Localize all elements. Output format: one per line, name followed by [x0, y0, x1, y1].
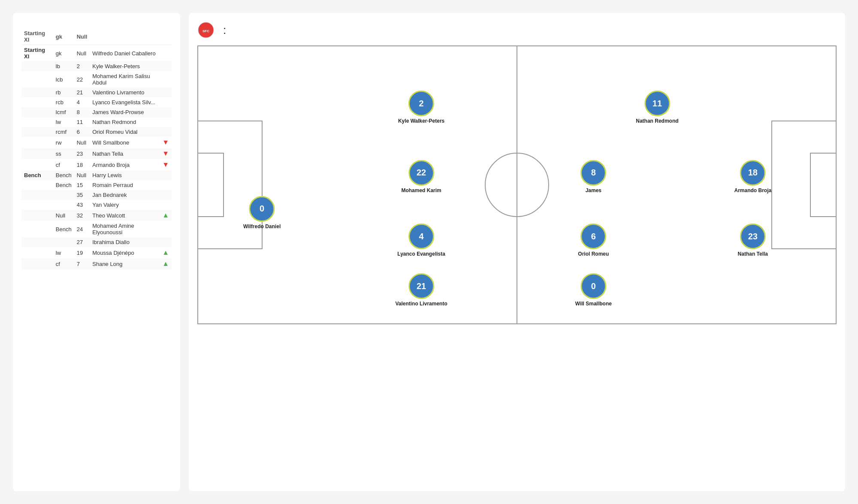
cell-number: 32 — [74, 210, 90, 221]
player-node: 6Oriol Romeu — [578, 223, 609, 257]
cell-section — [21, 190, 53, 200]
table-row: Bench15Romain Perraud — [21, 180, 172, 190]
player-node: 23Nathan Tella — [738, 223, 768, 257]
left-panel: Starting XI gk Null Starting XIgkNullWil… — [13, 13, 180, 491]
cell-number: 18 — [74, 159, 90, 170]
player-label: Oriol Romeu — [578, 251, 609, 257]
player-label: Mohamed Karim — [401, 187, 441, 193]
cell-indicator — [160, 237, 172, 247]
right-goal — [836, 168, 837, 202]
cell-number: 21 — [74, 88, 90, 97]
player-label: Nathan Tella — [738, 251, 768, 257]
cell-indicator — [160, 61, 172, 71]
cell-name: Jan Bednarek — [90, 190, 160, 200]
arrow-down-icon: ▼ — [162, 139, 169, 146]
right-goal-area — [810, 153, 836, 217]
player-label: Kyle Walker-Peters — [398, 118, 444, 124]
pitch: 2Kyle Walker-Peters11Nathan Redmond22Moh… — [197, 45, 837, 324]
player-circle: 0 — [249, 196, 275, 222]
cell-position: Bench — [53, 170, 74, 180]
cell-section — [21, 159, 53, 170]
cell-number: 15 — [74, 180, 90, 190]
player-node: 4Lyanco Evangelista — [397, 223, 445, 257]
cell-number: Null — [74, 45, 90, 62]
cell-number: 19 — [74, 247, 90, 258]
cell-position: rcb — [53, 97, 74, 107]
cell-position: cf — [53, 159, 74, 170]
cell-indicator — [160, 200, 172, 210]
cell-name: Mohamed Karim Salisu Abdul — [90, 71, 160, 88]
player-circle: 4 — [408, 223, 434, 249]
cell-name: Theo Walcott — [90, 210, 160, 221]
cell-name: Lyanco Evangelista Silv... — [90, 97, 160, 107]
cell-name: Kyle Walker-Peters — [90, 61, 160, 71]
player-label: Will Smallbone — [575, 301, 612, 307]
player-circle: 6 — [580, 223, 606, 249]
cell-indicator — [160, 97, 172, 107]
cell-indicator — [160, 180, 172, 190]
cell-number: 11 — [74, 117, 90, 127]
cell-section — [21, 88, 53, 97]
player-circle: 8 — [580, 160, 606, 186]
cell-number: 35 — [74, 190, 90, 200]
table-row: 35Jan Bednarek — [21, 190, 172, 200]
cell-name: Ibrahima Diallo — [90, 237, 160, 247]
col-name — [90, 28, 160, 45]
cell-number: 27 — [74, 237, 90, 247]
table-row: rb21Valentino Livramento — [21, 88, 172, 97]
table-row: rcmf6Oriol Romeu Vidal — [21, 127, 172, 137]
cell-name: Oriol Romeu Vidal — [90, 127, 160, 137]
player-circle: 22 — [408, 160, 434, 186]
cell-indicator — [160, 117, 172, 127]
player-node: 0Will Smallbone — [575, 273, 612, 307]
cell-number: Null — [74, 137, 90, 148]
cell-number: 4 — [74, 97, 90, 107]
table-row: rwNullWill Smallbone▼ — [21, 137, 172, 148]
cell-indicator — [160, 45, 172, 62]
table-row: Bench24Mohamed Amine Elyounoussi — [21, 221, 172, 237]
cell-section — [21, 97, 53, 107]
player-node: 18Armando Broja — [734, 160, 771, 193]
pitch-header: SFC : — [197, 21, 837, 39]
cell-name: Shane Long — [90, 258, 160, 269]
cell-indicator: ▼ — [160, 148, 172, 159]
table-row: Null32Theo Walcott▲ — [21, 210, 172, 221]
cell-indicator — [160, 190, 172, 200]
cell-number: 7 — [74, 258, 90, 269]
col-section: Starting XI — [21, 28, 53, 45]
lineup-table: Starting XI gk Null Starting XIgkNullWil… — [21, 28, 172, 269]
cell-position: rw — [53, 137, 74, 148]
table-row: BenchBenchNullHarry Lewis — [21, 170, 172, 180]
cell-number: 2 — [74, 61, 90, 71]
arrow-down-icon: ▼ — [162, 150, 169, 157]
cell-position: Bench — [53, 221, 74, 237]
cell-section: Bench — [21, 170, 53, 180]
player-label: James — [586, 187, 601, 193]
cell-name: Moussa Djénépo — [90, 247, 160, 258]
cell-number: 23 — [74, 148, 90, 159]
cell-name: Valentino Livramento — [90, 88, 160, 97]
player-circle: 2 — [408, 91, 434, 116]
table-row: rcb4Lyanco Evangelista Silv... — [21, 97, 172, 107]
table-row: lb2Kyle Walker-Peters — [21, 61, 172, 71]
cell-position: gk — [53, 45, 74, 62]
player-node: 0Wilfredo Daniel — [243, 196, 281, 229]
player-circle: 23 — [740, 223, 766, 249]
cell-indicator — [160, 221, 172, 237]
table-row: 27Ibrahima Diallo — [21, 237, 172, 247]
player-circle: 21 — [408, 273, 434, 299]
cell-section — [21, 210, 53, 221]
cell-number: 8 — [74, 107, 90, 117]
cell-name: Romain Perraud — [90, 180, 160, 190]
col-position: gk — [53, 28, 74, 45]
cell-position: cf — [53, 258, 74, 269]
player-label: Lyanco Evangelista — [397, 251, 445, 257]
cell-section — [21, 200, 53, 210]
cell-indicator — [160, 107, 172, 117]
player-label: Wilfredo Daniel — [243, 223, 281, 229]
cell-position: ss — [53, 148, 74, 159]
cell-number: 22 — [74, 71, 90, 88]
player-node: 22Mohamed Karim — [401, 160, 441, 193]
cell-position: lcmf — [53, 107, 74, 117]
player-circle: 18 — [740, 160, 766, 186]
